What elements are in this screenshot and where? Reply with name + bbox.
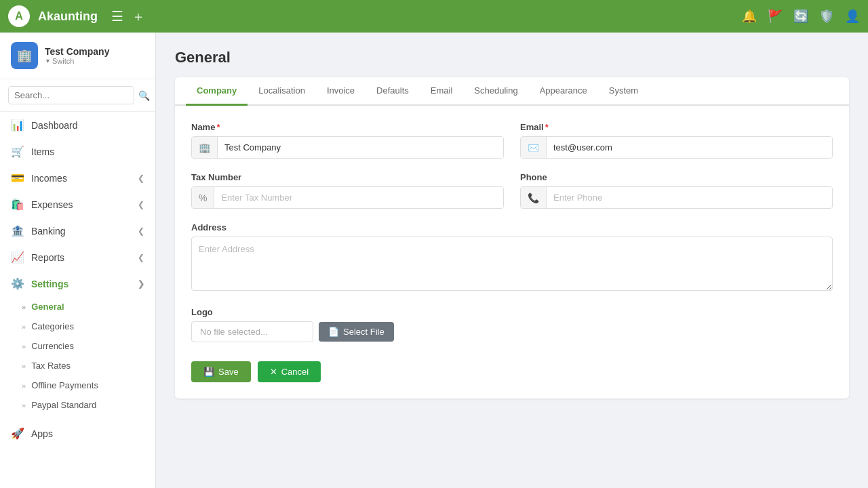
email-input-wrapper: ✉️ xyxy=(520,136,833,159)
notification-icon[interactable]: 🔔 xyxy=(742,9,757,24)
sidebar-item-banking[interactable]: 🏦 Banking ❮ xyxy=(0,218,155,244)
sidebar-item-dashboard[interactable]: 📊 Dashboard xyxy=(0,112,155,138)
topbar-left: A Akaunting ☰ ＋ xyxy=(8,5,145,27)
logo-row: No file selected... 📄 Select File xyxy=(191,321,833,342)
apps-icon: 🚀 xyxy=(11,427,24,440)
name-label: Name* xyxy=(191,122,504,132)
sidebar-item-incomes[interactable]: 💳 Incomes ❮ xyxy=(0,165,155,191)
select-file-icon: 📄 xyxy=(328,327,339,337)
sidebar-item-expenses[interactable]: 🛍️ Expenses ❮ xyxy=(0,191,155,218)
form-group-phone: Phone 📞 xyxy=(520,172,833,209)
form-group-address: Address xyxy=(191,222,833,293)
company-info: Test Company Switch xyxy=(45,46,109,65)
form-group-email: Email* ✉️ xyxy=(520,122,833,159)
select-file-button[interactable]: 📄 Select File xyxy=(319,322,394,342)
flag-icon[interactable]: 🚩 xyxy=(768,9,783,24)
main-content: General Company Localisation Invoice Def… xyxy=(156,33,868,488)
sidebar-item-label: Settings xyxy=(31,279,131,289)
banking-arrow-icon: ❮ xyxy=(138,226,144,236)
sidebar-item-reports[interactable]: 📈 Reports ❮ xyxy=(0,244,155,270)
company-section: 🏢 Test Company Switch xyxy=(0,33,155,79)
save-button[interactable]: 💾 Save xyxy=(191,361,251,382)
dashboard-icon: 📊 xyxy=(11,119,24,131)
tax-number-input[interactable] xyxy=(214,187,503,208)
tab-company[interactable]: Company xyxy=(186,77,248,106)
form-actions: 💾 Save ✕ Cancel xyxy=(191,361,833,382)
sidebar-subitem-tax-rates[interactable]: » Tax Rates xyxy=(0,356,155,375)
company-name: Test Company xyxy=(45,46,109,57)
sidebar-subitem-categories[interactable]: » Categories xyxy=(0,317,155,336)
sidebar-item-apps[interactable]: 🚀 Apps xyxy=(0,420,155,447)
sidebar-subitem-offline-payments[interactable]: » Offline Payments xyxy=(0,375,155,395)
offline-payments-subicon: » xyxy=(22,382,26,390)
phone-prefix-icon: 📞 xyxy=(521,187,547,208)
phone-input-wrapper: 📞 xyxy=(520,186,833,209)
sidebar-item-items[interactable]: 🛒 Items xyxy=(0,138,155,165)
refresh-icon[interactable]: 🔄 xyxy=(793,9,808,24)
banking-icon: 🏦 xyxy=(11,224,24,237)
cancel-icon: ✕ xyxy=(270,367,277,377)
add-icon[interactable]: ＋ xyxy=(132,7,145,26)
app-logo: A xyxy=(8,5,30,27)
form-group-tax-number: Tax Number % xyxy=(191,172,504,209)
settings-card: Company Localisation Invoice Defaults Em… xyxy=(175,77,849,399)
form-body: Name* 🏢 Email* ✉️ xyxy=(175,106,849,399)
tab-defaults[interactable]: Defaults xyxy=(366,77,420,106)
sidebar-subitem-general[interactable]: » General xyxy=(0,297,155,317)
sidebar-subitem-currencies[interactable]: » Currencies xyxy=(0,336,155,356)
tab-localisation[interactable]: Localisation xyxy=(248,77,316,106)
sidebar-subitem-label: Paypal Standard xyxy=(31,400,96,410)
email-label: Email* xyxy=(520,122,833,132)
email-prefix-icon: ✉️ xyxy=(521,137,547,158)
tab-email[interactable]: Email xyxy=(420,77,464,106)
page-title: General xyxy=(175,49,849,66)
sidebar-item-settings[interactable]: ⚙️ Settings ❯ xyxy=(0,270,155,297)
tab-appearance[interactable]: Appearance xyxy=(529,77,598,106)
reports-icon: 📈 xyxy=(11,251,24,264)
form-group-logo: Logo No file selected... 📄 Select File xyxy=(191,307,833,342)
sidebar-subitem-label: Categories xyxy=(31,321,74,331)
tax-number-label: Tax Number xyxy=(191,172,504,182)
email-input[interactable] xyxy=(547,137,832,158)
paypal-standard-subicon: » xyxy=(22,401,26,409)
expenses-icon: 🛍️ xyxy=(11,198,24,211)
company-switch[interactable]: Switch xyxy=(45,57,109,65)
sidebar-subitem-label: Tax Rates xyxy=(31,361,71,371)
phone-input[interactable] xyxy=(547,187,832,208)
tab-invoice[interactable]: Invoice xyxy=(316,77,366,106)
sidebar-item-label: Items xyxy=(31,146,144,157)
sidebar-item-label: Expenses xyxy=(31,199,131,210)
sidebar-nav: 📊 Dashboard 🛒 Items 💳 Incomes ❮ 🛍️ Expen… xyxy=(0,112,155,447)
layout: 🏢 Test Company Switch 🔍 📊 Dashboard 🛒 It… xyxy=(0,33,868,488)
address-textarea[interactable] xyxy=(191,237,833,291)
form-group-name: Name* 🏢 xyxy=(191,122,504,159)
settings-icon: ⚙️ xyxy=(11,277,24,290)
name-input[interactable] xyxy=(218,137,503,158)
company-avatar-icon: 🏢 xyxy=(17,48,32,63)
sidebar: 🏢 Test Company Switch 🔍 📊 Dashboard 🛒 It… xyxy=(0,33,156,488)
tax-rates-subicon: » xyxy=(22,362,26,370)
items-icon: 🛒 xyxy=(11,145,24,158)
search-button[interactable]: 🔍 xyxy=(138,90,150,101)
tab-scheduling[interactable]: Scheduling xyxy=(463,77,528,106)
reports-arrow-icon: ❮ xyxy=(138,253,144,262)
search-input[interactable] xyxy=(8,86,134,104)
sidebar-subitem-label: Offline Payments xyxy=(31,380,98,390)
general-subicon: » xyxy=(22,303,26,311)
categories-subicon: » xyxy=(22,323,26,331)
expenses-arrow-icon: ❮ xyxy=(138,200,144,209)
shield-icon[interactable]: 🛡️ xyxy=(819,9,834,24)
sidebar-subitem-label: General xyxy=(31,302,64,312)
cancel-button[interactable]: ✕ Cancel xyxy=(258,361,321,382)
hamburger-icon[interactable]: ☰ xyxy=(111,8,123,24)
tab-system[interactable]: System xyxy=(598,77,649,106)
sidebar-item-label: Banking xyxy=(31,226,131,237)
form-row-tax-phone: Tax Number % Phone 📞 xyxy=(191,172,833,209)
app-title: Akaunting xyxy=(38,9,98,24)
currencies-subicon: » xyxy=(22,342,26,350)
topbar-actions: 🔔 🚩 🔄 🛡️ 👤 xyxy=(742,9,860,24)
user-icon[interactable]: 👤 xyxy=(845,9,860,24)
sidebar-item-label: Reports xyxy=(31,252,131,263)
sidebar-subitem-paypal-standard[interactable]: » Paypal Standard xyxy=(0,395,155,415)
sidebar-item-label: Apps xyxy=(31,428,144,439)
